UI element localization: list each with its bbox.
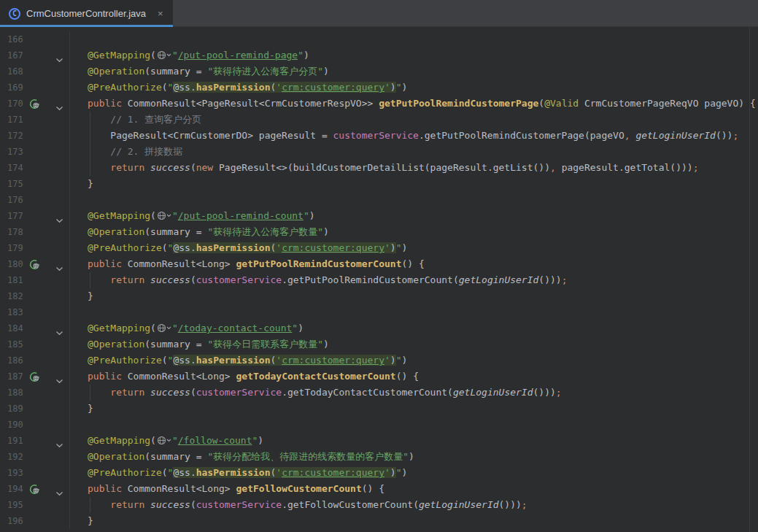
- endpoint-globe-icon[interactable]: [157, 323, 171, 333]
- code-line[interactable]: 178@Operation(summary = "获得待进入公海客户数量"): [0, 224, 758, 240]
- gutter[interactable]: 169: [0, 80, 70, 96]
- line-number[interactable]: 188: [7, 385, 28, 401]
- code-line[interactable]: 177@GetMapping("/put-pool-remind-count"): [0, 208, 758, 224]
- line-number[interactable]: 189: [7, 401, 28, 417]
- chevron-down-icon[interactable]: [55, 106, 63, 111]
- gutter[interactable]: 192: [0, 449, 70, 465]
- line-number[interactable]: 195: [7, 497, 28, 513]
- line-number[interactable]: 172: [7, 128, 28, 144]
- chevron-down-icon[interactable]: [55, 443, 63, 448]
- line-number[interactable]: 187: [7, 369, 28, 385]
- line-number[interactable]: 190: [7, 417, 28, 433]
- gutter[interactable]: 166: [0, 31, 70, 47]
- gutter[interactable]: 178: [0, 224, 70, 240]
- gutter[interactable]: 171: [0, 112, 70, 128]
- code-line[interactable]: 175}: [0, 176, 758, 192]
- gutter[interactable]: 191: [0, 433, 70, 449]
- line-number[interactable]: 167: [7, 47, 28, 63]
- chevron-down-icon[interactable]: [55, 58, 63, 63]
- line-number[interactable]: 174: [7, 160, 28, 176]
- code-line[interactable]: 169@PreAuthorize("@ss.hasPermission('crm…: [0, 80, 758, 96]
- gutter[interactable]: 183: [0, 304, 70, 320]
- line-number[interactable]: 168: [7, 63, 28, 80]
- http-request-run-icon[interactable]: [29, 484, 40, 495]
- code-line[interactable]: 176: [0, 192, 758, 208]
- gutter[interactable]: 189: [0, 401, 70, 417]
- code-line[interactable]: 171 // 1. 查询客户分页: [0, 112, 758, 128]
- code-line[interactable]: 193@PreAuthorize("@ss.hasPermission('crm…: [0, 465, 758, 481]
- chevron-down-icon[interactable]: [55, 331, 63, 336]
- chevron-down-icon[interactable]: [55, 218, 63, 223]
- gutter[interactable]: 172: [0, 128, 70, 144]
- gutter[interactable]: 168: [0, 63, 70, 80]
- line-number[interactable]: 171: [7, 112, 28, 128]
- code-line[interactable]: 195 return success(customerService.getFo…: [0, 497, 758, 513]
- code-line[interactable]: 192@Operation(summary = "获得分配给我、待跟进的线索数量…: [0, 449, 758, 465]
- code-line[interactable]: 168@Operation(summary = "获得待进入公海客户分页"): [0, 63, 758, 80]
- line-number[interactable]: 191: [7, 433, 28, 449]
- gutter[interactable]: 195: [0, 497, 70, 513]
- line-number[interactable]: 180: [7, 256, 28, 272]
- chevron-down-icon[interactable]: [55, 266, 63, 271]
- code-line[interactable]: 174 return success(new PageResult<>(buil…: [0, 160, 758, 176]
- code-line[interactable]: 181 return success(customerService.getPu…: [0, 272, 758, 288]
- gutter[interactable]: 190: [0, 417, 70, 433]
- gutter[interactable]: 173: [0, 144, 70, 160]
- http-request-run-icon[interactable]: [29, 259, 40, 270]
- code-line[interactable]: 170public CommonResult<PageResult<CrmCus…: [0, 96, 758, 112]
- code-line[interactable]: 166: [0, 31, 758, 47]
- tab-crmcustomercontroller[interactable]: C CrmCustomerController.java ×: [0, 0, 173, 27]
- code-line[interactable]: 183: [0, 304, 758, 320]
- code-line[interactable]: 186@PreAuthorize("@ss.hasPermission('crm…: [0, 352, 758, 369]
- line-number[interactable]: 175: [7, 176, 28, 192]
- code-line[interactable]: 173 // 2. 拼接数据: [0, 144, 758, 160]
- line-number[interactable]: 192: [7, 449, 28, 465]
- line-number[interactable]: 184: [7, 320, 28, 336]
- line-number[interactable]: 170: [7, 96, 28, 112]
- code-line[interactable]: 191@GetMapping("/follow-count"): [0, 433, 758, 449]
- code-line[interactable]: 187public CommonResult<Long> getTodayCon…: [0, 369, 758, 385]
- code-line[interactable]: 194public CommonResult<Long> getFollowCu…: [0, 481, 758, 497]
- gutter[interactable]: 177: [0, 208, 70, 224]
- code-editor[interactable]: 166167@GetMapping("/put-pool-remind-page…: [0, 27, 758, 532]
- line-number[interactable]: 178: [7, 224, 28, 240]
- line-number[interactable]: 181: [7, 272, 28, 288]
- gutter[interactable]: 185: [0, 336, 70, 352]
- code-line[interactable]: 188 return success(customerService.getTo…: [0, 385, 758, 401]
- gutter[interactable]: 182: [0, 288, 70, 304]
- code-line[interactable]: 179@PreAuthorize("@ss.hasPermission('crm…: [0, 240, 758, 256]
- gutter[interactable]: 175: [0, 176, 70, 192]
- line-number[interactable]: 183: [7, 304, 28, 320]
- line-number[interactable]: 194: [7, 481, 28, 497]
- gutter[interactable]: 187: [0, 369, 70, 385]
- code-line[interactable]: 196}: [0, 513, 758, 529]
- gutter[interactable]: 193: [0, 465, 70, 481]
- gutter[interactable]: 188: [0, 385, 70, 401]
- line-number[interactable]: 179: [7, 240, 28, 256]
- chevron-down-icon[interactable]: [55, 379, 63, 384]
- code-line[interactable]: 184@GetMapping("/today-contact-count"): [0, 320, 758, 336]
- endpoint-globe-icon[interactable]: [157, 436, 171, 445]
- gutter[interactable]: 170: [0, 96, 70, 112]
- endpoint-globe-icon[interactable]: [157, 211, 171, 220]
- gutter[interactable]: 186: [0, 352, 70, 369]
- code-line[interactable]: 189}: [0, 401, 758, 417]
- endpoint-globe-icon[interactable]: [157, 50, 171, 60]
- code-line[interactable]: 190: [0, 417, 758, 433]
- code-line[interactable]: 185@Operation(summary = "获得今日需联系客户数量"): [0, 336, 758, 352]
- gutter[interactable]: 176: [0, 192, 70, 208]
- http-request-run-icon[interactable]: [29, 99, 40, 109]
- line-number[interactable]: 176: [7, 192, 28, 208]
- gutter[interactable]: 184: [0, 320, 70, 336]
- gutter[interactable]: 174: [0, 160, 70, 176]
- line-number[interactable]: 185: [7, 336, 28, 352]
- close-icon[interactable]: ×: [156, 8, 165, 19]
- code-line[interactable]: 172 PageResult<CrmCustomerDO> pageResult…: [0, 128, 758, 144]
- line-number[interactable]: 186: [7, 352, 28, 369]
- code-line[interactable]: 180public CommonResult<Long> getPutPoolR…: [0, 256, 758, 272]
- chevron-down-icon[interactable]: [55, 491, 63, 496]
- gutter[interactable]: 194: [0, 481, 70, 497]
- line-number[interactable]: 166: [7, 31, 28, 47]
- line-number[interactable]: 177: [7, 208, 28, 224]
- code-line[interactable]: 167@GetMapping("/put-pool-remind-page"): [0, 47, 758, 63]
